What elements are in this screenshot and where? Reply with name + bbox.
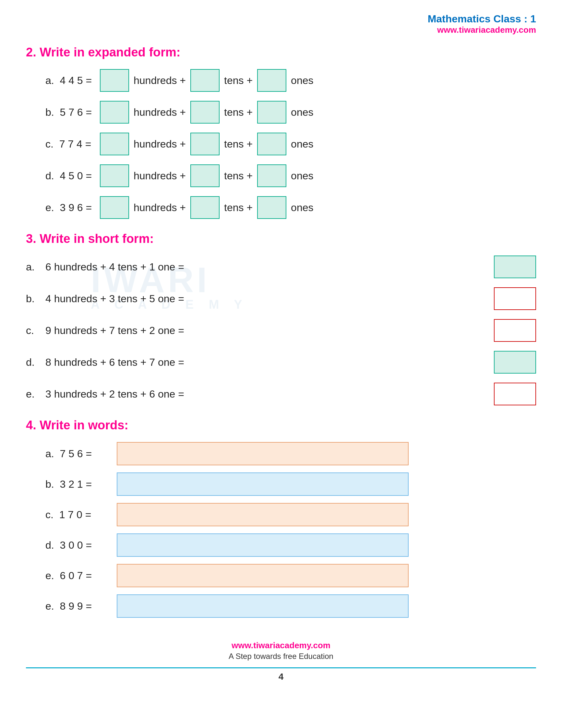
short-answer-b[interactable]	[494, 287, 536, 310]
input-d-ones[interactable]	[257, 164, 286, 187]
footer: www.tiwariacademy.com A Step towards fre…	[26, 637, 536, 682]
input-b-hundreds[interactable]	[100, 101, 129, 124]
input-e-ones[interactable]	[257, 196, 286, 219]
words-answer-a[interactable]	[117, 442, 409, 465]
section4-title: 4. Write in words:	[26, 418, 536, 432]
header-website: www.tiwariacademy.com	[428, 25, 536, 35]
input-a-tens[interactable]	[190, 69, 220, 92]
input-c-tens[interactable]	[190, 133, 220, 155]
section4-content: a. 7 5 6 = b. 3 2 1 = c. 1 7 0 = d. 3 0 …	[45, 442, 536, 618]
short-label-e: e.	[26, 388, 45, 400]
section2-content: a. 4 4 5 = hundreds + tens + ones b. 5 7…	[45, 69, 536, 219]
expanded-row-e: e. 3 9 6 = hundreds + tens + ones	[45, 196, 536, 219]
short-answer-c[interactable]	[494, 319, 536, 342]
short-form-rows: a. 6 hundreds + 4 tens + 1 one = b. 4 hu…	[26, 256, 536, 405]
input-b-ones[interactable]	[257, 101, 286, 124]
short-expr-e: 3 hundreds + 2 tens + 6 one =	[45, 388, 490, 400]
section3-content: IWARI A C A D E M Y a. 6 hundreds + 4 te…	[26, 256, 536, 405]
words-answer-f[interactable]	[117, 594, 409, 618]
short-row-e: e. 3 hundreds + 2 tens + 6 one =	[26, 383, 536, 405]
short-answer-e[interactable]	[494, 383, 536, 405]
short-answer-a[interactable]	[494, 256, 536, 278]
label-c: c. 7 7 4 =	[45, 138, 97, 150]
words-answer-d[interactable]	[117, 533, 409, 557]
words-row-e: e. 6 0 7 =	[45, 564, 536, 587]
short-answer-d[interactable]	[494, 351, 536, 374]
expanded-row-b: b. 5 7 6 = hundreds + tens + ones	[45, 101, 536, 124]
section3-title: 3. Write in short form:	[26, 232, 536, 246]
words-label-c: c. 1 7 0 =	[45, 509, 117, 521]
words-row-d: d. 3 0 0 =	[45, 533, 536, 557]
header-block: Mathematics Class : 1 www.tiwariacademy.…	[428, 13, 536, 35]
input-d-tens[interactable]	[190, 164, 220, 187]
expanded-row-c: c. 7 7 4 = hundreds + tens + ones	[45, 133, 536, 155]
words-row-a: a. 7 5 6 =	[45, 442, 536, 465]
expanded-row-a: a. 4 4 5 = hundreds + tens + ones	[45, 69, 536, 92]
short-expr-a: 6 hundreds + 4 tens + 1 one =	[45, 261, 490, 273]
input-c-ones[interactable]	[257, 133, 286, 155]
words-answer-c[interactable]	[117, 503, 409, 526]
label-b: b. 5 7 6 =	[45, 106, 97, 118]
input-c-hundreds[interactable]	[100, 133, 129, 155]
footer-tagline: A Step towards free Education	[26, 652, 536, 661]
words-label-b: b. 3 2 1 =	[45, 478, 117, 490]
input-a-ones[interactable]	[257, 69, 286, 92]
footer-page: 4	[26, 672, 536, 682]
page-title: Mathematics Class : 1	[428, 13, 536, 25]
short-row-d: d. 8 hundreds + 6 tens + 7 one =	[26, 351, 536, 374]
short-expr-b: 4 hundreds + 3 tens + 5 one =	[45, 293, 490, 305]
input-e-tens[interactable]	[190, 196, 220, 219]
words-row-b: b. 3 2 1 =	[45, 472, 536, 496]
label-d: d. 4 5 0 =	[45, 170, 97, 182]
short-label-a: a.	[26, 261, 45, 273]
short-label-c: c.	[26, 325, 45, 337]
input-b-tens[interactable]	[190, 101, 220, 124]
words-row-f: e. 8 9 9 =	[45, 594, 536, 618]
words-answer-b[interactable]	[117, 472, 409, 496]
words-row-c: c. 1 7 0 =	[45, 503, 536, 526]
label-a: a. 4 4 5 =	[45, 75, 97, 87]
short-label-b: b.	[26, 293, 45, 305]
footer-divider	[26, 667, 536, 668]
short-expr-d: 8 hundreds + 6 tens + 7 one =	[45, 356, 490, 368]
footer-website: www.tiwariacademy.com	[26, 640, 536, 650]
input-e-hundreds[interactable]	[100, 196, 129, 219]
words-label-a: a. 7 5 6 =	[45, 448, 117, 460]
short-label-d: d.	[26, 356, 45, 368]
words-label-e: e. 6 0 7 =	[45, 570, 117, 582]
expanded-row-d: d. 4 5 0 = hundreds + tens + ones	[45, 164, 536, 187]
section2-title: 2. Write in expanded form:	[26, 45, 536, 59]
words-answer-e[interactable]	[117, 564, 409, 587]
short-expr-c: 9 hundreds + 7 tens + 2 one =	[45, 325, 490, 337]
short-row-b: b. 4 hundreds + 3 tens + 5 one =	[26, 287, 536, 310]
input-d-hundreds[interactable]	[100, 164, 129, 187]
label-e: e. 3 9 6 =	[45, 202, 97, 214]
input-a-hundreds[interactable]	[100, 69, 129, 92]
short-row-a: a. 6 hundreds + 4 tens + 1 one =	[26, 256, 536, 278]
words-label-d: d. 3 0 0 =	[45, 539, 117, 551]
short-row-c: c. 9 hundreds + 7 tens + 2 one =	[26, 319, 536, 342]
words-label-f: e. 8 9 9 =	[45, 600, 117, 612]
